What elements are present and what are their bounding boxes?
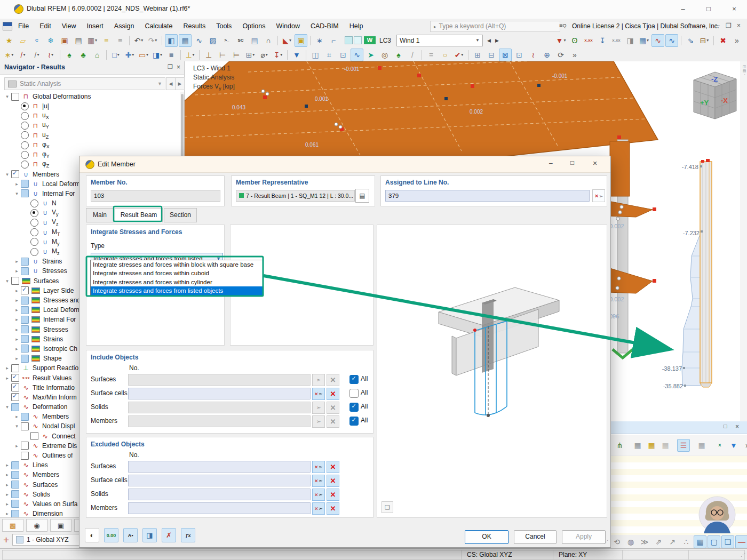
stop-calculation-icon[interactable]: ✖ xyxy=(717,34,729,47)
cancel-button[interactable]: Cancel xyxy=(514,530,557,544)
member-load-icon[interactable]: ↧▾ xyxy=(272,49,284,61)
tab-main[interactable]: Main xyxy=(86,208,114,222)
tree-checkbox[interactable] xyxy=(11,471,19,479)
snap-points-icon[interactable]: ∴ xyxy=(680,535,693,548)
tree-radio[interactable] xyxy=(21,112,29,120)
menu-item-cadbim[interactable]: CAD-BIM xyxy=(305,20,344,32)
tree-checkbox[interactable] xyxy=(21,422,29,430)
representative-detail-button[interactable]: ▤ xyxy=(355,189,369,203)
result-table-icon[interactable]: ▦▾ xyxy=(638,34,650,47)
object-numbers-field[interactable] xyxy=(128,388,311,399)
tree-expander-icon[interactable]: ▸ xyxy=(13,307,21,313)
preview-options-icon[interactable]: ❏ xyxy=(382,501,393,513)
panel-colors-icon[interactable]: ▨ xyxy=(206,34,219,47)
max-values-icon[interactable]: x.xx xyxy=(610,34,623,47)
tree-item[interactable]: ⊓|u| xyxy=(0,101,180,111)
tree-expander-icon[interactable]: ▾ xyxy=(3,172,11,177)
tree-checkbox[interactable] xyxy=(21,306,29,314)
result-beam-column[interactable] xyxy=(682,159,712,387)
more-toolbar-icon[interactable]: » xyxy=(730,34,743,47)
calculation-params-icon[interactable]: ⊟▾ xyxy=(698,34,711,47)
member-no-field[interactable]: 103 xyxy=(91,190,220,202)
ok-button[interactable]: OK xyxy=(465,530,508,544)
pick-objects-icon[interactable]: ✕➣ xyxy=(312,475,325,487)
child-minimize-icon[interactable]: – xyxy=(716,22,720,29)
object-numbers-field[interactable] xyxy=(128,475,311,486)
pick-objects-icon[interactable]: ✕➣ xyxy=(312,502,325,515)
tree-checkbox[interactable] xyxy=(30,432,38,440)
tree-expander-icon[interactable]: ▸ xyxy=(13,356,21,361)
tree-expander-icon[interactable]: ▸ xyxy=(3,482,11,487)
tree-item[interactable]: ⊓uX xyxy=(0,111,180,121)
guidelines-icon[interactable]: = xyxy=(425,49,438,61)
float-panel-icon[interactable]: □ xyxy=(724,423,727,429)
tree-expander-icon[interactable]: ▸ xyxy=(13,317,21,322)
pick-cancel-icon[interactable]: ⇗ xyxy=(652,535,665,548)
tree-radio[interactable] xyxy=(30,248,38,256)
dropdown-option[interactable]: Integrate stresses and forces within cub… xyxy=(91,269,263,277)
tab-section[interactable]: Section xyxy=(164,208,197,222)
polyline-icon[interactable]: ≀▾ xyxy=(44,49,57,61)
tree-expander-icon[interactable]: ▸ xyxy=(3,375,11,381)
insert-node-icon[interactable]: ∗ xyxy=(313,34,326,47)
tree-radio[interactable] xyxy=(21,102,29,110)
close-button[interactable]: × xyxy=(722,2,746,16)
undo-icon[interactable]: ↶▾ xyxy=(132,34,145,47)
opening-icon[interactable]: ▭▾ xyxy=(137,49,150,61)
tree-checkbox[interactable] xyxy=(11,364,19,372)
tables-panel-icon[interactable]: ▦ xyxy=(179,34,192,47)
tree-expander-icon[interactable]: ▾ xyxy=(3,404,11,410)
work-plane-icon[interactable]: ◫ xyxy=(309,49,322,61)
new-file-icon[interactable]: ★ xyxy=(3,34,15,47)
tree-checkbox[interactable] xyxy=(21,442,29,450)
close-panel-icon[interactable]: × xyxy=(177,63,180,71)
tree-checkbox[interactable] xyxy=(21,180,29,188)
smooth-results-icon[interactable]: ∿ xyxy=(351,49,363,61)
tree-checkbox[interactable] xyxy=(11,170,19,178)
tree-expander-icon[interactable]: ▸ xyxy=(13,259,21,264)
member-representative-field[interactable]: 7 - Result Beam | 1 - SQ_M1 12 | L : 30.… xyxy=(236,190,355,202)
tree-expander-icon[interactable]: ▸ xyxy=(13,288,21,293)
zoom-member-icon[interactable]: ◐ xyxy=(85,528,99,542)
next-result-button[interactable]: ▶ xyxy=(175,77,185,90)
tree-checkbox[interactable] xyxy=(11,481,19,489)
min-values-icon[interactable]: ↧ xyxy=(596,34,609,47)
menu-item-insert[interactable]: Insert xyxy=(82,20,109,32)
tree-expander-icon[interactable]: ▸ xyxy=(13,346,21,351)
select-rubber-icon[interactable]: ▢ xyxy=(708,535,720,548)
resize-grip[interactable]: ⋰ xyxy=(741,552,745,557)
tree-expander-icon[interactable]: ▸ xyxy=(3,462,11,468)
dialog-minimize-icon[interactable]: – xyxy=(549,159,553,167)
pick-objects-icon[interactable]: ➣ xyxy=(312,374,325,386)
tree-checkbox[interactable] xyxy=(11,461,19,469)
tree-checkbox[interactable] xyxy=(21,258,29,266)
tree-radio[interactable] xyxy=(30,219,38,227)
dialog-maximize-icon[interactable]: □ xyxy=(570,159,574,166)
render-light-icon[interactable]: ○ xyxy=(439,49,451,61)
menu-item-window[interactable]: Window xyxy=(271,20,305,32)
node-icon[interactable]: ∗▾ xyxy=(3,49,15,61)
data-tab-icon[interactable]: ▩ xyxy=(2,519,23,532)
export-results-icon[interactable]: ⇘ xyxy=(684,34,697,47)
result-values-icon[interactable]: x.xx xyxy=(582,34,595,47)
tree-expander-icon[interactable]: ▸ xyxy=(13,181,21,187)
line-support-icon[interactable]: ⊥ xyxy=(202,49,215,61)
insert-member-icon[interactable]: ⌐ xyxy=(327,34,340,47)
tree-checkbox[interactable] xyxy=(11,374,19,382)
dialog-title-bar[interactable]: Edit Member – □ × xyxy=(80,156,610,173)
block-icon[interactable]: ■ xyxy=(165,49,178,61)
tree-item[interactable]: ⊓uZ xyxy=(0,131,180,140)
pick-objects-icon[interactable]: ✕➣ xyxy=(312,388,325,400)
views-tab-icon[interactable]: ▣ xyxy=(50,519,71,532)
section-icon[interactable]: ♣ xyxy=(77,49,90,61)
tree-radio[interactable] xyxy=(21,141,29,149)
scripts-icon[interactable]: SC xyxy=(234,34,247,47)
rotate-mode-icon[interactable]: ⟲ xyxy=(610,535,623,548)
material-icon[interactable]: ♠ xyxy=(63,49,76,61)
building-column[interactable] xyxy=(608,140,656,358)
menu-item-tools[interactable]: Tools xyxy=(211,20,237,32)
menu-item-options[interactable]: Options xyxy=(237,20,271,32)
tree-checkbox[interactable] xyxy=(21,325,29,333)
edit-mode-icon[interactable]: ▣ xyxy=(295,34,307,47)
tree-expander-icon[interactable]: ▾ xyxy=(3,94,11,99)
